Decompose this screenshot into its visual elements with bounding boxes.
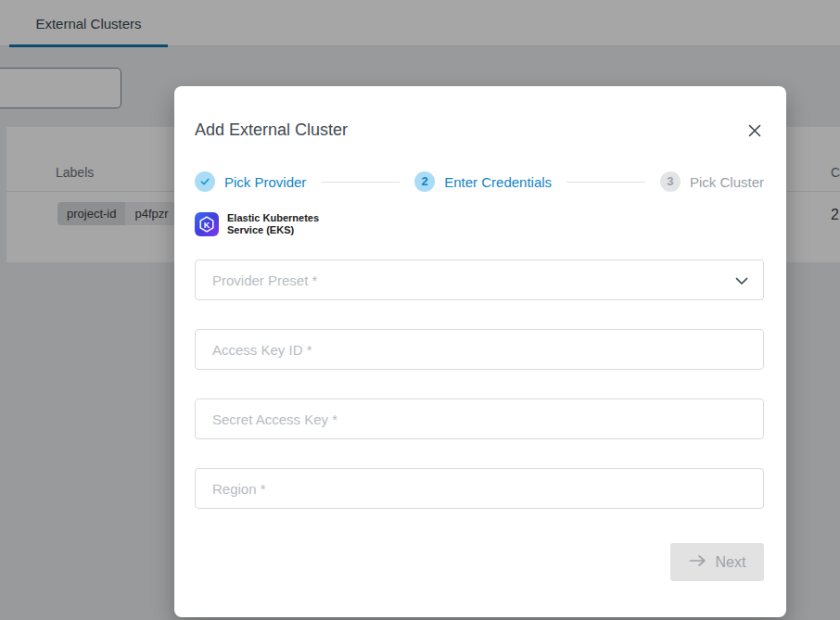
region-input[interactable] [195, 468, 764, 509]
access-key-id-input[interactable] [195, 329, 764, 370]
provider-preset-placeholder: Provider Preset * [212, 272, 317, 288]
app-window: External Clusters Labels C project-id p4… [0, 0, 840, 620]
step-label: Pick Cluster [690, 174, 764, 190]
check-icon [199, 176, 210, 187]
eks-icon-letter: K [204, 221, 210, 230]
provider-preset-select[interactable]: Provider Preset * [195, 259, 764, 300]
step-pick-cluster[interactable]: 3 Pick Cluster [660, 171, 764, 192]
close-button[interactable] [745, 121, 764, 140]
dialog-footer: Next [195, 543, 764, 581]
next-button-label: Next [716, 554, 746, 571]
provider-name-line1: Elastic Kubernetes [227, 212, 319, 223]
selected-provider-eks: K Elastic Kubernetes Service (EKS) [195, 212, 764, 236]
step-done-circle [195, 171, 215, 192]
eks-provider-icon: K [195, 212, 219, 236]
dialog-header: Add External Cluster [195, 120, 764, 140]
step-number: 2 [414, 171, 435, 192]
step-label: Enter Credentials [444, 174, 552, 190]
stepper-connector [321, 182, 400, 183]
stepper: Pick Provider 2 Enter Credentials 3 Pick… [195, 171, 764, 192]
step-label: Pick Provider [224, 174, 306, 190]
secret-access-key-input[interactable] [195, 399, 764, 439]
provider-name: Elastic Kubernetes Service (EKS) [227, 212, 319, 236]
step-pick-provider[interactable]: Pick Provider [195, 171, 306, 192]
close-icon [747, 127, 762, 141]
next-button[interactable]: Next [670, 543, 764, 581]
step-enter-credentials[interactable]: 2 Enter Credentials [414, 171, 552, 192]
arrow-right-icon [689, 554, 706, 571]
step-number: 3 [660, 171, 681, 192]
add-external-cluster-dialog: Add External Cluster Pick [174, 86, 786, 617]
provider-name-line2: Service (EKS) [227, 224, 294, 235]
dialog-title: Add External Cluster [195, 120, 348, 140]
stepper-connector [566, 182, 645, 183]
chevron-down-icon [735, 272, 748, 288]
